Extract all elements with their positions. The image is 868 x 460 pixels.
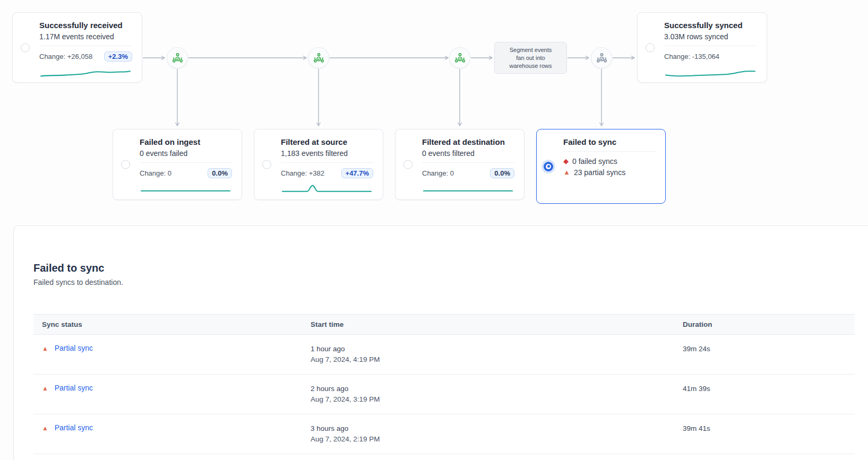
divider	[140, 162, 232, 163]
change-badge: +2.3%	[104, 51, 132, 62]
divider	[422, 162, 514, 163]
card-subtitle: 0 events filtered	[422, 149, 514, 158]
card-subtitle: 1,183 events filtered	[281, 149, 373, 158]
event-delivery-icon	[454, 52, 466, 64]
table-row[interactable]: ▲ Partial sync 1 hour ago Aug 7, 2024, 4…	[33, 335, 855, 375]
pipeline-step-source-filter-icon	[308, 47, 329, 68]
divider	[281, 162, 373, 163]
start-time-relative: 2 hours ago	[311, 384, 666, 394]
fanout-note: Segment events fan out into warehouse ro…	[494, 42, 567, 74]
start-time-absolute: Aug 7, 2024, 4:19 PM	[311, 354, 666, 365]
change-badge: 0.0%	[208, 168, 232, 178]
failed-to-sync-panel: Failed to sync Failed syncs to destinati…	[13, 225, 868, 460]
event-delivery-icon	[596, 52, 608, 64]
sparkline	[140, 183, 232, 196]
card-subtitle: 0 events failed	[140, 149, 232, 158]
card-successfully-received[interactable]: Successfully received 1.17M events recei…	[12, 12, 142, 83]
partial-sync-warning-icon: ▲	[42, 385, 48, 392]
change-label: Change: 0	[422, 169, 454, 177]
radio-filtered-at-destination[interactable]	[403, 160, 412, 169]
change-badge: 0.0%	[490, 168, 514, 178]
card-failed-to-sync[interactable]: Failed to sync ◆ 0 failed syncs ▲ 23 par…	[536, 129, 666, 204]
duration-value: 39m 24s	[683, 344, 846, 354]
delivery-overview-page: Segment events fan out into warehouse ro…	[0, 0, 868, 460]
table-row[interactable]: ▲ Partial sync 2 hours ago Aug 7, 2024, …	[33, 375, 855, 414]
radio-dot	[547, 165, 550, 168]
card-subtitle: 1.17M events received	[39, 32, 132, 41]
radio-failed-on-ingest[interactable]	[121, 160, 130, 169]
card-filtered-at-source[interactable]: Filtered at source 1,183 events filtered…	[254, 129, 383, 200]
radio-ring	[546, 164, 551, 169]
card-successfully-synced[interactable]: Successfully synced 3.03M rows synced Ch…	[637, 12, 767, 83]
card-filtered-at-destination[interactable]: Filtered at destination 0 events filtere…	[395, 129, 525, 200]
card-title: Failed to sync	[563, 137, 656, 146]
card-title: Filtered at destination	[422, 137, 514, 146]
table-header: Sync status Start time Duration	[33, 314, 855, 335]
card-title: Successfully received	[39, 21, 132, 30]
duration-value: 39m 41s	[683, 423, 846, 434]
partial-sync-link[interactable]: Partial sync	[55, 423, 93, 432]
pipeline-step-ingest-icon	[167, 47, 188, 68]
radio-successfully-synced[interactable]	[646, 43, 655, 52]
start-time-relative: 3 hours ago	[311, 423, 666, 434]
duration-value: 41m 39s	[683, 384, 846, 394]
table-row[interactable]: ▲ Partial sync 3 hours ago Aug 7, 2024, …	[33, 414, 855, 454]
event-delivery-icon	[313, 52, 325, 64]
partial-sync-warning-icon: ▲	[42, 345, 48, 352]
card-subtitle: 3.03M rows synced	[664, 32, 757, 41]
card-title: Successfully synced	[664, 21, 757, 30]
event-delivery-icon	[171, 52, 184, 64]
divider	[563, 151, 656, 152]
pipeline-step-sync-icon	[591, 47, 612, 68]
col-header-duration: Duration	[674, 315, 855, 334]
sync-table: Sync status Start time Duration ▲ Partia…	[33, 314, 855, 454]
start-time-absolute: Aug 7, 2024, 3:19 PM	[311, 394, 666, 405]
pipeline-step-destination-filter-icon	[449, 47, 470, 68]
change-label: Change: +26,058	[39, 53, 92, 60]
partial-sync-link[interactable]: Partial sync	[55, 344, 93, 352]
radio-successfully-received[interactable]	[21, 43, 30, 52]
change-badge: +47.7%	[341, 168, 373, 178]
sparkline	[422, 183, 514, 196]
sparkline	[39, 66, 132, 79]
card-title: Failed on ingest	[140, 137, 232, 146]
failed-sync-diamond-icon: ◆	[563, 156, 569, 167]
change-label: Change: -135,064	[664, 53, 719, 60]
sparkline	[664, 66, 757, 79]
card-failed-on-ingest[interactable]: Failed on ingest 0 events failed Change:…	[113, 129, 242, 200]
start-time-relative: 1 hour ago	[311, 344, 666, 354]
sparkline	[281, 183, 373, 196]
radio-failed-to-sync-selected[interactable]	[544, 162, 553, 171]
panel-subtitle: Failed syncs to destination.	[33, 278, 868, 287]
partial-syncs-label: 23 partial syncs	[574, 167, 625, 178]
start-time-absolute: Aug 7, 2024, 2:19 PM	[311, 434, 666, 445]
divider	[664, 46, 757, 46]
card-title: Filtered at source	[281, 137, 373, 146]
change-label: Change: 0	[140, 169, 171, 177]
col-header-start-time: Start time	[302, 315, 674, 334]
pipeline-flow: Segment events fan out into warehouse ro…	[0, 0, 868, 223]
panel-title: Failed to sync	[33, 262, 868, 274]
partial-sync-link[interactable]: Partial sync	[55, 384, 93, 392]
partial-sync-warning-icon: ▲	[42, 424, 48, 432]
divider	[39, 46, 132, 46]
col-header-sync-status: Sync status	[33, 315, 302, 334]
radio-filtered-at-source[interactable]	[262, 160, 271, 169]
partial-sync-triangle-icon: ▲	[563, 167, 570, 178]
change-label: Change: +382	[281, 169, 324, 177]
failed-syncs-label: 0 failed syncs	[572, 156, 617, 167]
